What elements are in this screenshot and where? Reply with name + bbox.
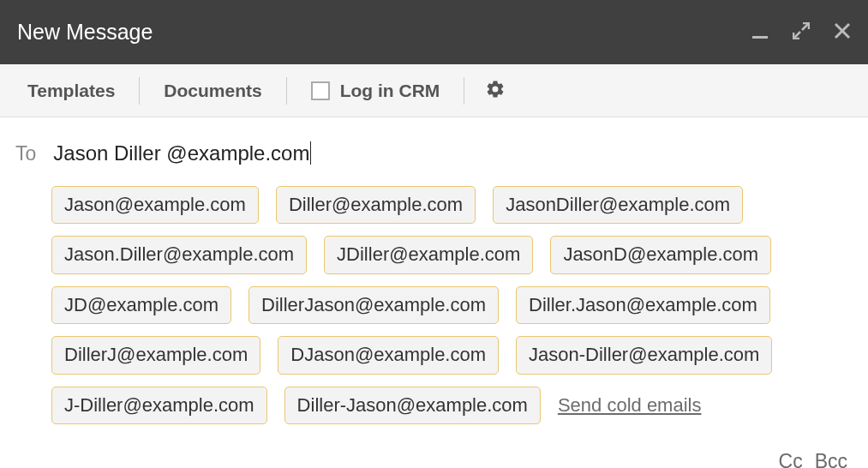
- log-in-crm-label: Log in CRM: [340, 81, 440, 101]
- email-suggestion-chip[interactable]: JD@example.com: [51, 286, 231, 324]
- email-suggestion-chip[interactable]: JDiller@example.com: [324, 236, 533, 273]
- send-cold-emails-link[interactable]: Send cold emails: [558, 394, 702, 417]
- log-in-crm-toggle[interactable]: Log in CRM: [308, 81, 444, 101]
- to-input-wrap[interactable]: Jason Diller @example.com: [53, 141, 311, 165]
- recipients-area: To Jason Diller @example.com Jason@examp…: [0, 117, 868, 435]
- toolbar-divider: [139, 77, 140, 105]
- email-suggestion-chip[interactable]: DillerJ@example.com: [51, 336, 260, 374]
- expand-icon[interactable]: [793, 22, 810, 43]
- svg-rect-0: [752, 36, 768, 39]
- toolbar: Templates Documents Log in CRM: [0, 64, 868, 117]
- cc-bcc-row: Cc Bcc: [0, 435, 868, 468]
- email-suggestion-chip[interactable]: JasonDiller@example.com: [493, 186, 743, 224]
- toolbar-divider: [464, 77, 464, 105]
- email-suggestion-chip[interactable]: J-Diller@example.com: [51, 387, 267, 424]
- to-input[interactable]: Jason Diller @example.com: [53, 141, 311, 165]
- templates-button[interactable]: Templates: [24, 81, 118, 101]
- to-label: To: [15, 142, 36, 165]
- email-suggestion-chip[interactable]: Jason@example.com: [51, 186, 259, 224]
- documents-button[interactable]: Documents: [160, 81, 265, 101]
- email-suggestions: Jason@example.comDiller@example.comJason…: [15, 186, 853, 424]
- toolbar-divider: [286, 77, 287, 105]
- email-suggestion-chip[interactable]: DJason@example.com: [278, 336, 499, 374]
- email-suggestion-chip[interactable]: JasonD@example.com: [550, 236, 771, 273]
- email-suggestion-chip[interactable]: Diller-Jason@example.com: [284, 387, 541, 424]
- close-icon[interactable]: [834, 22, 851, 43]
- email-suggestion-chip[interactable]: Diller.Jason@example.com: [516, 286, 770, 324]
- email-suggestion-chip[interactable]: DillerJason@example.com: [248, 286, 499, 324]
- gear-icon: [485, 79, 506, 103]
- to-row: To Jason Diller @example.com: [15, 141, 853, 165]
- minimize-icon[interactable]: [751, 22, 769, 43]
- email-suggestion-chip[interactable]: Diller@example.com: [276, 186, 476, 224]
- window-title: New Message: [17, 20, 153, 45]
- window-controls: [751, 22, 851, 43]
- email-suggestion-chip[interactable]: Jason-Diller@example.com: [516, 336, 772, 374]
- checkbox-icon[interactable]: [311, 81, 330, 100]
- cc-button[interactable]: Cc: [779, 450, 803, 468]
- bcc-button[interactable]: Bcc: [815, 450, 847, 468]
- email-suggestion-chip[interactable]: Jason.Diller@example.com: [51, 236, 307, 273]
- titlebar: New Message: [0, 0, 868, 64]
- settings-button[interactable]: [485, 79, 506, 103]
